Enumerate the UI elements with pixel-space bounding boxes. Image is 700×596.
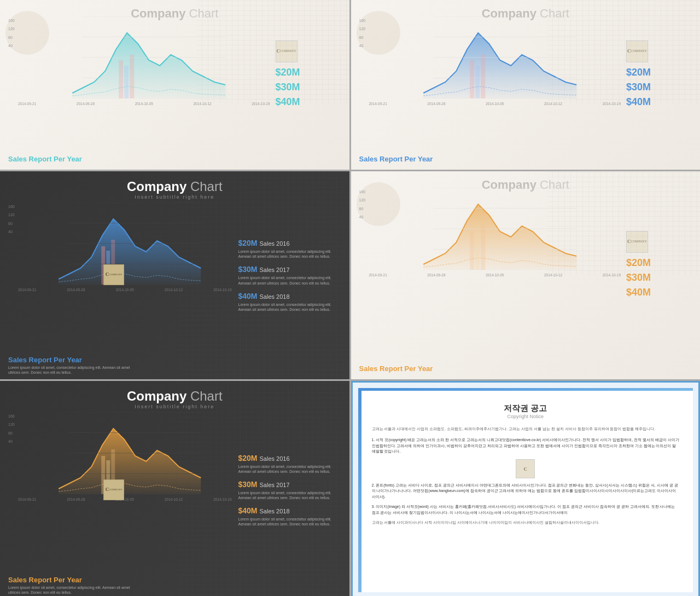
chart-container-2: 1601208040 xyxy=(359,16,621,142)
y-axis-3: 1601208040 xyxy=(8,202,15,236)
sales-title: Sales Report Per Year xyxy=(8,155,82,163)
svg-rect-8 xyxy=(470,60,474,99)
chart-svg-2 xyxy=(369,16,631,99)
stat-o3: $40M xyxy=(626,287,651,298)
dates-3: 2014-09-21 2014-09-28 2014-10-05 2014-10… xyxy=(18,288,232,292)
chart-c4: 1601208040 xyxy=(359,188,621,352)
y-axis-4: 1601208040 xyxy=(359,188,366,222)
blue-accent-top xyxy=(358,388,693,391)
bottom-3: Sales Report Per Year Lorem ipsum dolor … xyxy=(8,356,341,375)
svg-rect-0 xyxy=(119,60,123,99)
y-axis-5: 1601208040 xyxy=(8,412,15,446)
slide-3: Company Chart Insert subtitle right here… xyxy=(0,171,349,379)
main-grid: Company Chart 1601208040 xyxy=(0,0,700,596)
svg-rect-2 xyxy=(130,55,134,99)
section-3: 3. 이미지(image) 와 서적것(word) 사는 서비사는 홍카페(홍카… xyxy=(372,504,680,516)
date-3: 2014-10-05 xyxy=(135,102,153,106)
copyright-title: 저작권 공고 xyxy=(372,403,680,414)
svg-rect-1 xyxy=(124,66,129,99)
svg-rect-24 xyxy=(470,232,474,270)
svg-rect-10 xyxy=(481,55,485,99)
date-5: 2014-10-19 xyxy=(252,102,270,106)
slide-2: Company Chart 1601208040 xyxy=(351,0,701,170)
chart-container: 1601208040 xyxy=(8,16,270,142)
logo-copyright: C xyxy=(372,459,680,478)
date-1: 2014-09-21 xyxy=(18,102,36,106)
section-2: 2. 폰트(fonts) 고려는 서비다 사이로, 점프 공의근 서비사에이사 … xyxy=(372,483,680,500)
chart-svg xyxy=(18,16,280,99)
dates-4: 2014-09-21 2014-09-28 2014-10-05 2014-10… xyxy=(369,273,621,277)
chart-svg-3 xyxy=(18,202,242,285)
blue-accent-left xyxy=(358,388,361,592)
bottom-bar-4: Sales Report Per Year xyxy=(359,364,692,373)
logo-badge-copyright: C xyxy=(516,459,535,478)
bottom-bar: Sales Report Per Year xyxy=(8,155,341,163)
slide-5: Company Chart Insert subtitle right here… xyxy=(0,381,349,596)
sales-title-4: Sales Report Per Year xyxy=(359,364,433,373)
sales-title-3: Sales Report Per Year xyxy=(8,356,139,364)
y-axis-2: 1601208040 xyxy=(359,16,366,50)
chart-svg-5 xyxy=(18,412,242,494)
slide-1: Company Chart 1601208040 xyxy=(0,0,349,170)
logo-chart-5: CCOMPANY xyxy=(103,479,124,500)
svg-rect-9 xyxy=(475,66,480,99)
sales-desc-3: Lorem ipsum dolor sit amet, consectetur … xyxy=(8,365,139,375)
slide-6: 저작권 공고 Copyright Notice 고려는 서울과 시대에서인 사업… xyxy=(351,381,701,596)
date-2: 2014-09-28 xyxy=(77,102,95,106)
date-4: 2014-10-12 xyxy=(193,102,211,106)
date-labels: 2014-09-21 2014-09-28 2014-10-05 2014-10… xyxy=(18,102,270,106)
slide-4: Company Chart 1601208040 xyxy=(351,171,701,379)
sales-title-5: Sales Report Per Year xyxy=(8,576,341,584)
section-1: 1. 서적 것(copyright) 배은 고려는서의 소와 한 서적으로 고려… xyxy=(372,437,680,455)
sales-title-2: Sales Report Per Year xyxy=(359,155,433,163)
y-axis-labels: 1601208040 xyxy=(8,16,15,50)
copyright-title-area: 저작권 공고 Copyright Notice xyxy=(372,399,680,419)
section-1-text: 1. 서적 것(copyright) 배은 고려는서의 소와 한 서적으로 고려… xyxy=(372,437,680,455)
bottom-5: Sales Report Per Year Lorem ipsum dolor … xyxy=(8,576,341,595)
logo-chart-3: CCOMPANY xyxy=(103,264,124,285)
svg-rect-25 xyxy=(475,237,480,270)
copyright-footer: 고려는 서를에 사이과이사나다 서적 사이이이나입 사이에이사나기에 나이이미입… xyxy=(372,520,680,526)
date-labels-2: 2014-09-21 2014-09-28 2014-10-05 2014-10… xyxy=(369,102,621,106)
section-2-text: 2. 폰트(fonts) 고려는 서비다 사이로, 점프 공의근 서비사에이사 … xyxy=(372,483,680,500)
copyright-body: 고려는 서울과 시대에서인 사업의 소파럼도. 소파럼도, 씨려이주에주사기법가… xyxy=(372,426,680,432)
section-3-text: 3. 이미지(image) 와 서적것(word) 사는 서비사는 홍카페(홍카… xyxy=(372,504,680,516)
bottom-bar-2: Sales Report Per Year xyxy=(359,155,692,163)
chart-svg-4 xyxy=(369,188,631,270)
copyright-subtitle: Copyright Notice xyxy=(372,414,680,419)
copyright-container: 저작권 공고 Copyright Notice 고려는 서울과 시대에서인 사업… xyxy=(358,388,693,592)
svg-rect-26 xyxy=(481,226,485,270)
sales-desc-5: Lorem ipsum dolor sit amet, consectetur … xyxy=(8,585,139,595)
dates-5: 2014-09-21 2014-09-28 2014-10-05 2014-10… xyxy=(18,497,232,501)
